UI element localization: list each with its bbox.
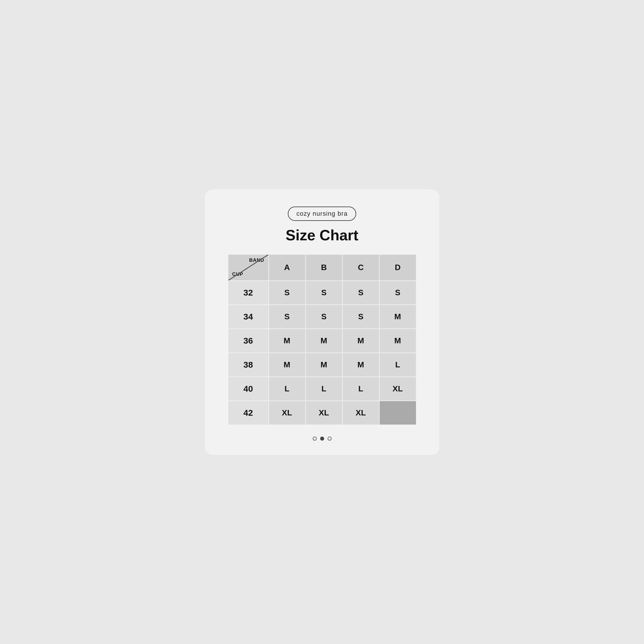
dot-3[interactable] [328,437,332,441]
size-cell: M [379,329,416,353]
col-header-d: D [379,254,416,281]
size-cell: XL [379,377,416,401]
size-cell: L [342,377,379,401]
band-value: 34 [228,305,269,329]
size-cell [379,401,416,425]
table-row: 36MMMM [228,329,416,353]
size-cell: M [306,353,342,377]
size-cell: S [306,305,342,329]
size-cell: S [342,281,379,305]
band-label: BAND [249,257,264,263]
table-row: 38MMML [228,353,416,377]
col-header-c: C [342,254,379,281]
pagination [313,437,332,441]
col-header-a: A [269,254,306,281]
chart-title: Size Chart [286,227,358,244]
band-value: 32 [228,281,269,305]
table-row: 40LLLXL [228,377,416,401]
size-table: BAND CUP A B C D 32SSSS34SSSM36MMMM38MMM… [228,254,417,425]
band-value: 36 [228,329,269,353]
size-chart-card: cozy nursing bra Size Chart BAND CUP A B… [205,189,439,455]
table-row: 32SSSS [228,281,416,305]
size-cell: M [306,329,342,353]
size-cell: M [269,329,306,353]
band-value: 42 [228,401,269,425]
size-cell: L [379,353,416,377]
size-cell: L [269,377,306,401]
cup-label: CUP [232,272,243,277]
table-row: 34SSSM [228,305,416,329]
size-cell: M [269,353,306,377]
size-cell: M [342,353,379,377]
size-cell: XL [306,401,342,425]
table-row: 42XLXLXL [228,401,416,425]
size-cell: L [306,377,342,401]
size-cell: S [269,281,306,305]
size-cell: XL [342,401,379,425]
product-label: cozy nursing bra [288,207,356,221]
band-value: 40 [228,377,269,401]
size-cell: XL [269,401,306,425]
col-header-b: B [306,254,342,281]
size-cell: S [306,281,342,305]
corner-header: BAND CUP [228,254,269,281]
band-value: 38 [228,353,269,377]
dot-2[interactable] [320,437,324,441]
size-cell: M [379,305,416,329]
size-cell: M [342,329,379,353]
size-cell: S [379,281,416,305]
table-header-row: BAND CUP A B C D [228,254,416,281]
size-cell: S [269,305,306,329]
size-cell: S [342,305,379,329]
dot-1[interactable] [313,437,317,441]
